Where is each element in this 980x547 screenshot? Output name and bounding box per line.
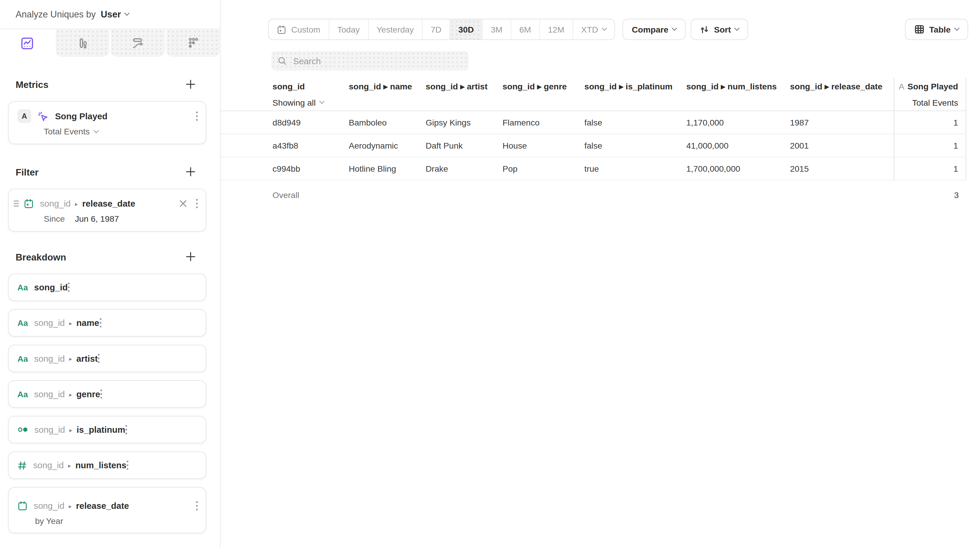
breakdown-kebab-menu[interactable] (99, 318, 102, 328)
text-type-icon (18, 318, 28, 328)
kebab-icon (196, 198, 198, 209)
flow-icon (130, 36, 144, 50)
boolean-type-icon (18, 426, 28, 433)
column-header-num-listens[interactable]: song_id ▸ num_listens (686, 81, 790, 91)
breakdown-card-release-date[interactable]: song_id release_date by Year (8, 487, 206, 533)
add-breakdown-button[interactable] (186, 252, 196, 262)
cell-name: Bamboleo (349, 118, 425, 127)
chevron-down-icon (954, 25, 959, 31)
series-badge: A (18, 109, 31, 123)
column-header-name[interactable]: song_id ▸ name (349, 81, 425, 91)
metric-title: Song Played (907, 81, 958, 91)
breakdown-card-song-id[interactable]: song_id (8, 274, 206, 301)
property-name: artist (76, 354, 98, 363)
date-range-label: 12M (548, 25, 564, 34)
sort-button[interactable]: Sort (691, 19, 748, 40)
filter-heading: Filter (16, 166, 38, 177)
date-range-6m[interactable]: 6M (511, 19, 539, 40)
property-prefix: song_id (33, 460, 76, 470)
table-row[interactable]: c994bb Hotline Bling Drake Pop true 1,70… (221, 157, 966, 181)
date-range-xtd[interactable]: XTD (572, 19, 614, 40)
column-header-song-id[interactable]: song_id (272, 81, 349, 91)
metric-column-header[interactable]: A Song Played (894, 78, 966, 94)
breakdown-kebab-menu[interactable] (98, 354, 100, 363)
breakdown-card-is-platinum[interactable]: song_id is_platinum (8, 416, 206, 443)
remove-filter-button[interactable] (179, 200, 187, 207)
chevron-down-icon (602, 25, 607, 31)
overall-value: 3 (894, 190, 966, 200)
date-range-3m[interactable]: 3M (482, 19, 511, 40)
property-prefix: song_id (34, 501, 76, 511)
tab-retention[interactable] (166, 29, 220, 57)
kebab-icon (99, 318, 102, 328)
cell-is-platinum: false (584, 118, 686, 127)
table-row[interactable]: d8d949 Bamboleo Gipsy Kings Flamenco fal… (221, 111, 966, 135)
calendar-icon (24, 198, 34, 209)
showing-all-dropdown[interactable]: Showing all (272, 98, 349, 107)
aggregation-dropdown[interactable]: Total Events (44, 127, 98, 136)
column-header-genre[interactable]: song_id ▸ genre (503, 81, 584, 91)
report-main: Custom Today Yesterday 7D 30D 3M 6M 12M … (221, 0, 980, 547)
filter-card[interactable]: song_id release_date Since Jun 6, 1987 (8, 189, 206, 232)
breakdown-kebab-menu[interactable] (196, 501, 198, 511)
add-metric-button[interactable] (186, 79, 196, 89)
table-search[interactable] (271, 51, 469, 70)
breakdown-kebab-menu[interactable] (125, 425, 128, 435)
breakdown-card-num-listens[interactable]: song_id num_listens (8, 451, 206, 479)
tab-funnels[interactable] (56, 29, 109, 57)
cell-num-listens: 1,170,000 (686, 118, 790, 127)
entity-picker-dropdown[interactable]: User (101, 10, 129, 19)
cell-num-listens: 41,000,000 (686, 141, 790, 151)
breakdown-kebab-menu[interactable] (127, 460, 129, 470)
table-row[interactable]: a43fb8 Aerodynamic Daft Punk House false… (221, 135, 966, 157)
results-table: song_id song_id ▸ name song_id ▸ artist … (221, 78, 966, 209)
plus-icon (186, 252, 196, 262)
date-range-today[interactable]: Today (329, 19, 368, 40)
property-name: genre (76, 389, 100, 399)
breakdown-card-artist[interactable]: song_id artist (8, 345, 206, 373)
search-input[interactable] (292, 55, 463, 67)
property-name: release_date (76, 501, 129, 511)
date-range-12m[interactable]: 12M (539, 19, 572, 40)
cell-artist: Drake (426, 164, 503, 173)
cell-artist: Daft Punk (426, 141, 503, 151)
compare-button[interactable]: Compare (622, 19, 686, 40)
cell-song-id: c994bb (272, 164, 349, 173)
tab-insights[interactable] (0, 29, 54, 57)
close-icon (179, 200, 187, 207)
date-range-custom[interactable]: Custom (269, 19, 329, 40)
chevron-down-icon (93, 128, 99, 133)
breakdown-card-name[interactable]: song_id name (8, 309, 206, 336)
breakdown-kebab-menu[interactable] (68, 282, 70, 292)
drag-handle-icon[interactable] (14, 201, 19, 206)
date-range-30d[interactable]: 30D (450, 19, 482, 40)
column-header-release-date[interactable]: song_id ▸ release_date (790, 81, 894, 91)
breakdown-kebab-menu[interactable] (100, 389, 102, 399)
date-range-picker: Custom Today Yesterday 7D 30D 3M 6M 12M … (268, 19, 615, 40)
date-range-label: 6M (519, 25, 531, 34)
column-header-is-platinum[interactable]: song_id ▸ is_platinum (584, 81, 686, 91)
cell-release-date: 2015 (790, 164, 894, 173)
property-prefix: song_id (34, 318, 76, 328)
metric-card[interactable]: A Song Played Total Events (8, 101, 206, 144)
filter-value[interactable]: Jun 6, 1987 (75, 214, 119, 224)
date-range-yesterday[interactable]: Yesterday (368, 19, 422, 40)
overall-row: Overall 3 (221, 181, 966, 209)
analyze-header: Analyze Uniques by User (0, 0, 220, 29)
breakdown-card-genre[interactable]: song_id genre (8, 381, 206, 408)
view-type-button[interactable]: Table (905, 19, 968, 40)
date-range-label: 7D (431, 25, 441, 34)
property-name: num_listens (75, 460, 126, 470)
metric-subtitle: Total Events (894, 94, 966, 111)
breakdown-bucket[interactable]: by Year (35, 516, 63, 526)
tab-flows[interactable] (110, 29, 164, 57)
column-header-artist[interactable]: song_id ▸ artist (426, 81, 503, 91)
filter-operator[interactable]: Since (44, 214, 65, 224)
property-prefix: song_id (34, 389, 76, 399)
date-range-7d[interactable]: 7D (422, 19, 449, 40)
analyze-label: Analyze Uniques by (16, 10, 96, 19)
filter-kebab-menu[interactable] (196, 198, 198, 209)
add-filter-button[interactable] (186, 166, 196, 177)
metric-kebab-menu[interactable] (196, 111, 198, 121)
kebab-icon (125, 425, 128, 435)
